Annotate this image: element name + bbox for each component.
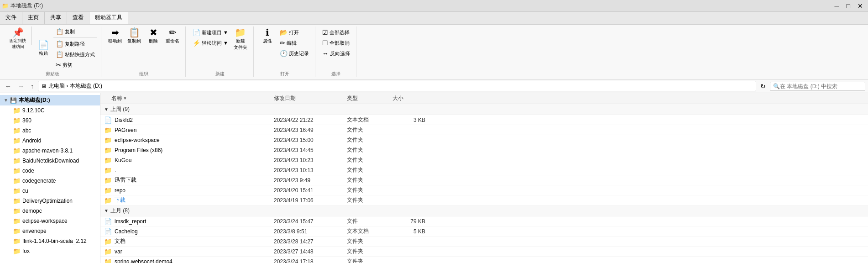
tab-file[interactable]: 文件 (0, 12, 22, 24)
sidebar-item-8[interactable]: 📁 cu (0, 186, 100, 196)
copy-button[interactable]: 📋 复制 (53, 26, 97, 37)
path-icon: 🖥 (41, 83, 47, 89)
file-icon: 📄 (104, 218, 112, 225)
sidebar-item-0[interactable]: 📁 9.12.10C (0, 105, 100, 116)
address-path[interactable]: 🖥 此电脑 › 本地磁盘 (D:) (38, 81, 756, 91)
easy-access-button[interactable]: ⚡ 轻松访问 ▼ (190, 38, 230, 48)
ribbon-group-clipboard: 📌 固定到快速访问 📄 粘贴 📋 复制 (4, 26, 101, 77)
window-title: 📁 本地磁盘 (D:) (2, 2, 43, 10)
sidebar-item-11[interactable]: 📁 eclipse-workspace (0, 216, 100, 226)
col-header-date[interactable]: 修改日期 (274, 95, 347, 102)
folder-icon: 📁 (2, 3, 9, 9)
sidebar-item-7[interactable]: 📁 codegenerate (0, 176, 100, 186)
sidebar-item-10[interactable]: 📁 demopc (0, 206, 100, 216)
search-icon: 🔍 (773, 83, 780, 89)
file-row-wendang[interactable]: 📁 文档 2023/3/28 14:27 文件夹 (100, 237, 868, 247)
file-row-eclipse-workspace[interactable]: 📁 eclipse-workspace 2023/4/23 15:00 文件夹 (100, 135, 868, 145)
copy-to-button[interactable]: 📋 复制到 (125, 26, 143, 46)
edit-button[interactable]: ✏ 编辑 (277, 38, 311, 48)
file-row-dot[interactable]: 📁 . 2023/4/23 10:13 文件夹 (100, 165, 868, 175)
search-input[interactable] (780, 83, 862, 89)
delete-button[interactable]: ✖ 删除 (144, 26, 162, 46)
file-row-download[interactable]: 📁 下载 2023/4/19 17:06 文件夹 (100, 195, 868, 205)
folder-icon: 📁 (104, 177, 112, 184)
tab-drive-tools[interactable]: 驱动器工具 (89, 12, 128, 24)
move-to-button[interactable]: ➡ 移动到 (106, 26, 124, 46)
close-button[interactable]: ✕ (854, 2, 866, 10)
file-row-program-files[interactable]: 📁 Program Files (x86) 2023/4/23 14:45 文件… (100, 145, 868, 155)
paste-button[interactable]: 📄 粘贴 (34, 39, 52, 58)
search-box[interactable]: 🔍 (770, 82, 865, 91)
forward-button[interactable]: → (16, 81, 26, 91)
sidebar: ▼ 💾 本地磁盘(D:) 📁 9.12.10C 📁 360 📁 abc 📁 An… (0, 93, 100, 263)
file-row-xunlei[interactable]: 📁 迅雷下载 2023/4/23 9:49 文件夹 (100, 175, 868, 185)
sidebar-item-14[interactable]: 📁 fox (0, 246, 100, 256)
section-header-last-week[interactable]: ▼ 上周 (9) (100, 104, 868, 115)
new-item-button[interactable]: 📄 新建项目 ▼ (190, 27, 230, 37)
file-row-kugou[interactable]: 📁 KuGou 2023/4/23 10:23 文件夹 (100, 155, 868, 165)
back-button[interactable]: ← (3, 81, 14, 91)
clipboard-label: 剪贴板 (46, 71, 59, 77)
maximize-button[interactable]: □ (843, 2, 853, 10)
new-folder-button[interactable]: 📁 新建文件夹 (231, 26, 250, 52)
ribbon-group-new: 📄 新建项目 ▼ ⚡ 轻松访问 ▼ 📁 新建文件夹 新建 (187, 26, 254, 77)
sidebar-item-3[interactable]: 📁 Android (0, 136, 100, 146)
file-icon: 📄 (104, 228, 112, 235)
sidebar-item-6[interactable]: 📁 code (0, 166, 100, 176)
file-row-spring[interactable]: 📁 spring.websocet.demo4 2023/3/24 17:18 … (100, 257, 868, 263)
cut-button[interactable]: ✂ 剪切 (53, 60, 97, 70)
folder-icon: 📁 (104, 238, 112, 245)
file-row-diskid2[interactable]: 📄 DiskId2 2023/4/22 21:22 文本文档 3 KB (100, 115, 868, 125)
file-list-header: 名称 ▼ 修改日期 类型 大小 (100, 93, 868, 104)
sidebar-item-13[interactable]: 📁 flink-1.14.0-bin-scala_2.12 (0, 236, 100, 246)
sidebar-item-root[interactable]: ▼ 💾 本地磁盘(D:) (0, 95, 100, 105)
up-button[interactable]: ↑ (28, 81, 36, 91)
sidebar-item-12[interactable]: 📁 envenope (0, 226, 100, 236)
file-row-imsdk[interactable]: 📄 imsdk_report 2023/3/24 15:47 文件 79 KB (100, 216, 868, 226)
file-row-var[interactable]: 📁 var 2023/3/27 14:48 文件夹 (100, 247, 868, 257)
file-row-pagreen[interactable]: 📁 PAGreen 2023/4/23 16:49 文件夹 (100, 125, 868, 135)
tab-share[interactable]: 共享 (45, 12, 67, 24)
sidebar-item-9[interactable]: 📁 DeliveryOptimization (0, 196, 100, 206)
invert-select-button[interactable]: ↔ 反向选择 (320, 48, 352, 58)
folder-icon: 📁 (104, 137, 112, 144)
address-bar: ← → ↑ 🖥 此电脑 › 本地磁盘 (D:) ↻ 🔍 (0, 79, 868, 93)
section-arrow-last-week: ▼ (104, 107, 109, 112)
folder-icon: 📁 (104, 167, 112, 174)
folder-icon: 📁 (104, 258, 112, 263)
sidebar-item-4[interactable]: 📁 apache-maven-3.8.1 (0, 146, 100, 156)
col-header-type[interactable]: 类型 (347, 95, 392, 102)
folder-icon: 📁 (104, 187, 112, 194)
copy-path-button[interactable]: 📋 复制路径 (53, 39, 97, 49)
tab-view[interactable]: 查看 (67, 12, 89, 24)
file-list: 名称 ▼ 修改日期 类型 大小 ▼ 上周 (9) 📄 DiskId2 2023 (100, 93, 868, 263)
open-label: 打开 (280, 71, 289, 77)
sidebar-item-2[interactable]: 📁 abc (0, 126, 100, 136)
sidebar-item-5[interactable]: 📁 BaiduNetdiskDownload (0, 156, 100, 166)
refresh-button[interactable]: ↻ (758, 81, 768, 91)
minimize-button[interactable]: ─ (831, 2, 842, 10)
select-all-button[interactable]: ☑ 全部选择 (320, 27, 352, 37)
folder-icon: 📁 (104, 126, 112, 134)
ribbon-tabs: 文件 主页 共享 查看 驱动器工具 (0, 12, 868, 25)
col-header-size[interactable]: 大小 (392, 95, 429, 102)
ribbon-group-select: ☑ 全部选择 ☐ 全部取消 ↔ 反向选择 选择 (316, 26, 356, 77)
open-button[interactable]: 📂 打开 (277, 27, 311, 37)
tab-home[interactable]: 主页 (22, 12, 45, 24)
select-label: 选择 (331, 71, 340, 77)
paste-shortcut-button[interactable]: 📋 粘贴快捷方式 (53, 49, 97, 59)
file-row-cachelog[interactable]: 📄 Cachelog 2023/3/8 9:51 文本文档 5 KB (100, 226, 868, 237)
download-folder-icon: 📁 (104, 197, 112, 204)
rename-button[interactable]: ✏ 重命名 (163, 26, 182, 46)
window-controls: ─ □ ✕ (831, 2, 866, 10)
select-none-button[interactable]: ☐ 全部取消 (320, 38, 352, 48)
sidebar-item-1[interactable]: 📁 360 (0, 116, 100, 126)
history-button[interactable]: 🕐 历史记录 (277, 48, 311, 58)
col-header-name[interactable]: 名称 ▼ (100, 95, 274, 102)
section-header-last-month[interactable]: ▼ 上月 (8) (100, 205, 868, 216)
ribbon-group-open: ℹ 属性 📂 打开 ✏ 编辑 🕐 历史记录 (255, 26, 315, 77)
properties-button[interactable]: ℹ 属性 (258, 26, 277, 46)
new-label: 新建 (215, 71, 225, 77)
file-row-repo[interactable]: 📁 repo 2023/4/20 15:41 文件夹 (100, 185, 868, 195)
pin-button[interactable]: 📌 固定到快速访问 (7, 26, 28, 51)
